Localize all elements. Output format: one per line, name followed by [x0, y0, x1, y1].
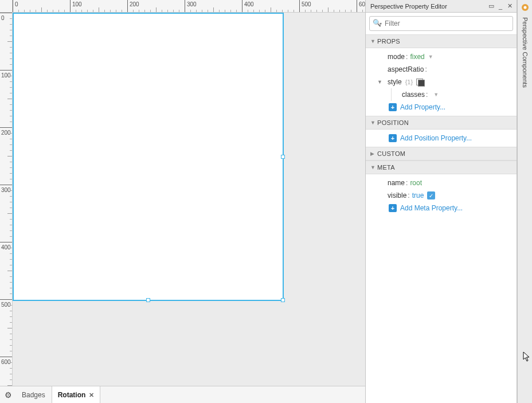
components-icon[interactable]: [519, 1, 531, 14]
chevron-down-icon[interactable]: ▼: [428, 54, 433, 60]
filter-input[interactable]: [369, 16, 513, 31]
section-body-meta: name : root visible : true ✓ + Add Meta …: [366, 174, 517, 217]
chevron-down-icon[interactable]: [370, 165, 377, 170]
view-tab[interactable]: Badges: [16, 386, 52, 404]
canvas-area[interactable]: [13, 13, 365, 386]
chevron-right-icon[interactable]: [370, 151, 377, 156]
section-header-meta[interactable]: META: [366, 161, 517, 174]
chevron-down-icon[interactable]: ▾: [380, 21, 382, 26]
property-editor-title: Perspective Property Editor: [370, 3, 487, 10]
view-tab[interactable]: Rotation✕: [52, 386, 101, 404]
section-label: POSITION: [377, 119, 409, 126]
prop-mode[interactable]: mode : fixed ▼: [366, 50, 517, 63]
prop-style[interactable]: ▼ style {1}: [366, 76, 517, 88]
plus-icon: +: [389, 134, 397, 142]
right-dock: Perspective Components: [517, 0, 532, 403]
prop-classes[interactable]: classes : ▼: [392, 88, 517, 101]
chevron-down-icon[interactable]: [370, 38, 377, 44]
minimize-icon[interactable]: ▭: [487, 2, 496, 10]
add-property-button[interactable]: + Add Property...: [366, 101, 517, 114]
plus-icon: +: [389, 204, 397, 212]
property-editor-panel: Perspective Property Editor ▭ _ ✕ 🔍 ▾ PR…: [365, 0, 517, 403]
plus-icon: +: [389, 103, 397, 111]
resize-handle-bottom[interactable]: [146, 298, 150, 302]
checkbox-checked-icon[interactable]: ✓: [427, 191, 435, 199]
add-meta-property-button[interactable]: + Add Meta Property...: [366, 202, 517, 214]
add-position-property-button[interactable]: + Add Position Property...: [366, 132, 517, 144]
section-body-props: mode : fixed ▼ aspectRatio : ▼ style {1}…: [366, 48, 517, 116]
restore-icon[interactable]: _: [496, 3, 505, 10]
ruler-corner: [0, 0, 13, 13]
property-editor-header: Perspective Property Editor ▭ _ ✕: [366, 0, 517, 13]
section-header-position[interactable]: POSITION: [366, 116, 517, 130]
dock-tab-components[interactable]: Perspective Components: [522, 17, 529, 88]
close-icon[interactable]: ✕: [505, 2, 514, 10]
prop-visible[interactable]: visible : true ✓: [366, 189, 517, 202]
prop-name[interactable]: name : root: [366, 177, 517, 189]
close-icon[interactable]: ✕: [89, 392, 94, 398]
ruler-vertical: 0100200300400500600: [0, 13, 13, 386]
gear-icon[interactable]: ⚙: [0, 390, 16, 400]
style-swatch-icon[interactable]: [416, 79, 424, 85]
section-label: CUSTOM: [377, 150, 405, 157]
chevron-down-icon[interactable]: ▼: [433, 92, 439, 97]
prop-aspect-ratio[interactable]: aspectRatio :: [366, 63, 517, 76]
section-body-position: + Add Position Property...: [366, 130, 517, 147]
svg-point-1: [523, 6, 526, 9]
section-header-custom[interactable]: CUSTOM: [366, 147, 517, 161]
resize-handle-right[interactable]: [281, 155, 285, 159]
chevron-down-icon[interactable]: ▼: [377, 79, 382, 85]
chevron-down-icon[interactable]: [370, 120, 377, 126]
section-label: PROPS: [377, 38, 400, 45]
section-label: META: [377, 164, 395, 171]
artboard-selected[interactable]: [13, 13, 284, 301]
resize-handle-corner[interactable]: [281, 298, 285, 302]
section-header-props[interactable]: PROPS: [366, 34, 517, 48]
